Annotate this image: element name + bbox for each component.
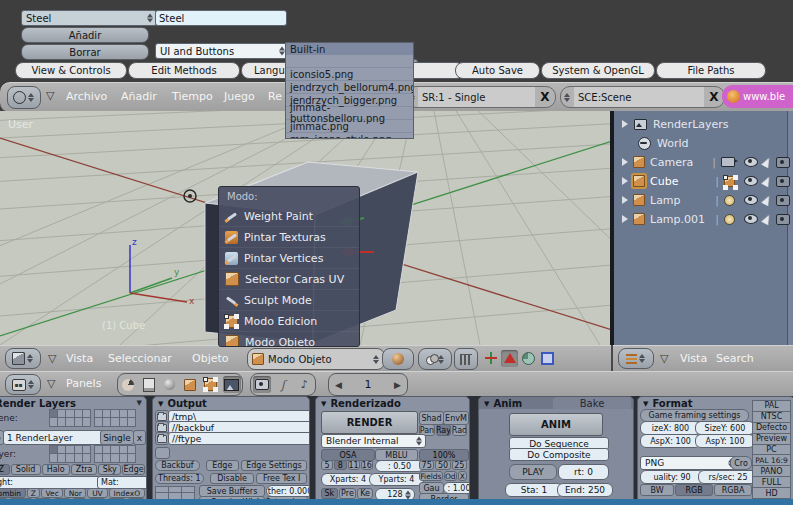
tab-file-paths[interactable]: File Paths — [656, 62, 766, 79]
menu-seleccionar[interactable]: Seleccionar — [108, 352, 172, 365]
theme-selector[interactable]: Steel — [21, 10, 157, 26]
render-button[interactable]: RENDER — [321, 411, 418, 434]
osa-5[interactable]: 5 — [321, 460, 333, 470]
scene-field[interactable]: SCE:Scene — [574, 87, 704, 107]
crop-toggle[interactable]: Cro — [730, 456, 752, 470]
theme-name-input[interactable]: Steel — [155, 10, 287, 26]
expand-icon[interactable] — [622, 215, 628, 223]
window-type-button[interactable] — [7, 86, 41, 109]
frame-prev-icon[interactable]: ◀ — [335, 380, 342, 390]
osa-11[interactable]: 11 — [348, 460, 360, 470]
screen-field[interactable]: SR:1 - Single — [418, 87, 535, 107]
tab-auto-save[interactable]: Auto Save — [455, 62, 540, 79]
preset-hd[interactable]: HD — [752, 488, 791, 499]
aspx-field[interactable]: AspX: 100 — [640, 434, 701, 448]
outliner-row-cube[interactable]: Cube | — [622, 172, 790, 190]
expand-icon[interactable] — [622, 177, 628, 185]
visibility-toggle-icon[interactable] — [744, 176, 758, 186]
outliner-menu-search[interactable]: Search — [716, 352, 754, 365]
size-50[interactable]: 50 — [435, 460, 450, 470]
browse-ftype-button[interactable] — [155, 432, 169, 445]
mode-item-texture-paint[interactable]: Pintar Texturas — [219, 227, 359, 248]
small-toggle-button[interactable] — [155, 447, 170, 459]
option-jimmac-buttonsbelloru[interactable]: jimmac-buttonsbelloru.png — [286, 106, 413, 119]
renderability-toggle-icon[interactable] — [776, 195, 790, 206]
mode-item-object-mode[interactable]: Modo Objeto — [219, 332, 359, 347]
scene-context-button[interactable] — [223, 376, 241, 393]
premul-toggle[interactable]: Pre — [339, 488, 357, 499]
panel-collapse-icon[interactable]: ▼ — [158, 400, 163, 408]
selectability-toggle-icon[interactable] — [761, 213, 773, 226]
sizey-field[interactable]: SizeY: 600 — [695, 421, 755, 435]
toggle-ztra[interactable]: Ztra — [71, 464, 97, 475]
panel-title[interactable]: ▼Output — [158, 398, 207, 409]
expand-icon[interactable] — [622, 158, 628, 166]
fps-field[interactable]: rs/sec: 25 — [698, 470, 758, 484]
anim-button[interactable]: ANIM — [509, 413, 603, 436]
raytracing-toggle[interactable]: Ray — [436, 424, 451, 436]
editor-type-dropdown[interactable] — [5, 348, 41, 369]
collapse-triangle-icon[interactable]: ▽ — [48, 352, 56, 365]
visibility-toggle-icon[interactable] — [744, 214, 758, 224]
menu-vista[interactable]: Vista — [66, 352, 93, 365]
threads-field[interactable]: Threads: 1 — [155, 473, 204, 484]
rotate-manipulator-toggle[interactable] — [501, 350, 518, 367]
preset-full[interactable]: FULL — [752, 477, 791, 488]
layer-grid[interactable] — [49, 445, 91, 462]
mode-item-edit-mode[interactable]: Modo Edicion — [219, 311, 359, 332]
menu-juego[interactable]: Juego — [224, 90, 255, 103]
toggle-edge[interactable]: Edge — [122, 464, 145, 475]
tab-bake[interactable]: Bake — [553, 397, 631, 409]
menu-panels[interactable]: Panels — [66, 377, 101, 390]
pass-vec[interactable]: Vec — [41, 488, 63, 498]
selectability-toggle-icon[interactable] — [761, 175, 773, 188]
rgb-toggle[interactable]: RGB — [675, 484, 713, 496]
display-grid[interactable] — [155, 486, 195, 499]
mblur-factor-field[interactable]: : 0.50 — [375, 460, 424, 472]
shading-context-button[interactable] — [161, 376, 179, 393]
panel-collapse-icon[interactable]: ▼ — [321, 400, 326, 408]
envmap-toggle[interactable]: EnvM — [443, 411, 469, 425]
outliner-row-renderlayers[interactable]: RenderLayers — [622, 115, 787, 133]
selectability-toggle-icon[interactable] — [761, 194, 773, 207]
panel-title[interactable]: ▼Renderizado — [321, 398, 401, 409]
tab-view-controls[interactable]: View & Controls — [15, 62, 127, 79]
pass-indexob[interactable]: IndexO — [109, 488, 145, 498]
panel-title[interactable]: Render Layers — [0, 398, 76, 409]
tab-anim[interactable]: ▼Anim — [484, 398, 522, 409]
preset-default[interactable]: Defecto — [752, 423, 791, 434]
option-iconsio5[interactable]: iconsio5.png — [286, 67, 413, 80]
toggle-halo[interactable]: Halo — [42, 464, 70, 475]
osa-8[interactable]: 8 — [334, 460, 346, 470]
outliner-row-world[interactable]: World — [638, 134, 788, 152]
yparts-field[interactable]: Yparts: 4 — [369, 473, 424, 486]
collapse-triangle-icon[interactable]: ▽ — [47, 377, 55, 390]
mode-item-weight-paint[interactable]: Weight Paint — [219, 206, 359, 227]
menu-archivo[interactable]: Archivo — [66, 90, 107, 103]
preset-pal[interactable]: PAL — [752, 400, 791, 412]
collapse-triangle-icon[interactable]: ▽ — [660, 352, 668, 365]
renderability-toggle-icon[interactable] — [776, 214, 790, 225]
preset-pano[interactable]: PANO — [752, 466, 791, 477]
aspy-field[interactable]: AspY: 100 — [695, 434, 755, 448]
visibility-toggle-icon[interactable] — [744, 195, 758, 205]
menu-tiempo[interactable]: Tiempo — [172, 90, 213, 103]
scene-layers-grid[interactable] — [49, 409, 91, 426]
fields-x-toggle[interactable]: X — [458, 471, 467, 481]
collapse-triangle-icon[interactable]: ▽ — [46, 89, 54, 102]
screen-close-button[interactable]: X — [535, 90, 555, 104]
disable-toggle[interactable]: Disable — [210, 473, 255, 484]
free-tex-toggle[interactable]: Free Tex I — [256, 473, 307, 484]
ftype-path-field[interactable]: //ftype — [168, 432, 310, 445]
renderlayer-name-field[interactable]: 1 RenderLayer — [3, 430, 107, 445]
menu-objeto[interactable]: Objeto — [192, 352, 229, 365]
option-mm-icons-style[interactable]: mm_icons_style.png — [286, 132, 413, 139]
pass-nor[interactable]: Nor — [64, 488, 86, 498]
sky-toggle[interactable]: Sk — [321, 488, 338, 499]
manipulator-toggle[interactable] — [454, 348, 478, 370]
outliner-type-dropdown[interactable] — [618, 348, 654, 369]
selectability-toggle-icon[interactable] — [761, 156, 773, 169]
fields-toggle[interactable]: Fields — [419, 471, 443, 481]
panel-title[interactable]: ▼Format — [643, 398, 693, 409]
preset-pc[interactable]: PC — [752, 445, 791, 456]
